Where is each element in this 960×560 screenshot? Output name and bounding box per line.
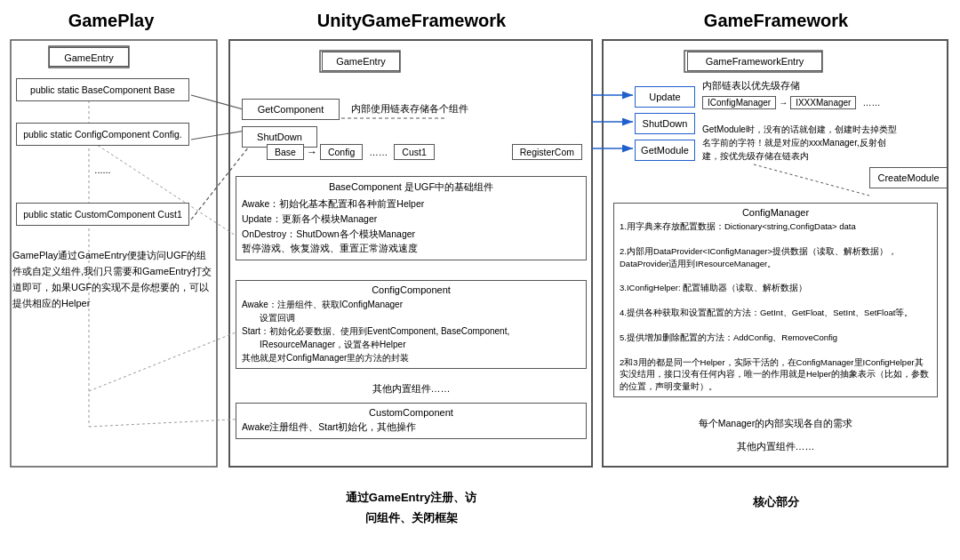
gf-shutdown-box: ShutDown bbox=[635, 113, 695, 134]
gf-chain-note: 内部链表以优先级存储 bbox=[702, 80, 800, 92]
gameplay-dots: ...... bbox=[16, 164, 189, 175]
gameplay-cust-box: public static CustomComponent Cust1 bbox=[16, 203, 189, 226]
ugf-inner-boxes: Base → Config …… Cust1 RegisterCom bbox=[267, 140, 582, 164]
ugf-bottom-text: 通过GameEntry注册、访问组件、关闭框架 bbox=[236, 487, 587, 529]
cm-item5: 5.提供增加删除配置的方法：AddConfig、RemoveConfig bbox=[620, 332, 932, 344]
config-manager-section: ConfigManager 1.用字典来存放配置数据：Dictionary<st… bbox=[613, 203, 938, 397]
base-pause: 暂停游戏、恢复游戏、重置正常游戏速度 bbox=[242, 241, 580, 256]
base-awake: Awake：初始化基本配置和各种前置Helper bbox=[242, 196, 580, 212]
gf-chain-arrow: → bbox=[779, 98, 788, 108]
ugf-arrow1: → bbox=[307, 146, 317, 158]
gf-manager-note: 每个Manager的内部实现各自的需求 bbox=[613, 418, 938, 430]
ugf-config-box: Config bbox=[320, 144, 363, 160]
gf-getmodule-desc: GetModule时，没有的话就创建，创建时去掉类型名字前的字符！就是对应的xx… bbox=[702, 123, 898, 163]
gameplay-title: GamePlay bbox=[9, 11, 213, 31]
cm-item1: 1.用字典来存放配置数据：Dictionary<string,ConfigDat… bbox=[620, 220, 932, 233]
config-wrap: 其他就是对ConfigManager里的方法的封装 bbox=[242, 351, 580, 364]
gf-ixxx: IXXXManager bbox=[790, 96, 856, 109]
gf-createmodule-box: CreateModule bbox=[869, 167, 948, 188]
config-component-section: ConfigComponent Awake：注册组件、获取IConfigMana… bbox=[236, 280, 587, 369]
gameplay-gameentry-label: GameEntry bbox=[49, 47, 129, 67]
diagram-container: GamePlay GameEntry public static BaseCom… bbox=[0, 0, 960, 560]
svg-line-14 bbox=[754, 164, 869, 196]
cm-item4: 4.提供各种获取和设置配置的方法：GetInt、GetFloat、SetInt、… bbox=[620, 307, 932, 319]
config-component-title: ConfigComponent bbox=[242, 284, 580, 295]
ugf-other-builtin: 其他内置组件…… bbox=[236, 382, 587, 396]
config-callback: 设置回调 bbox=[242, 311, 580, 324]
gf-chain-boxes: IConfigManager → IXXXManager …… bbox=[702, 96, 880, 109]
gf-update-box: Update bbox=[635, 86, 695, 108]
gf-entry-label: GameFrameworkEntry bbox=[687, 52, 822, 71]
config-manager-title: ConfigManager bbox=[620, 207, 932, 218]
ugf-dots-box: …… bbox=[369, 147, 388, 157]
ugf-getcomponent: GetComponent bbox=[242, 99, 340, 120]
config-start: Start：初始化必要数据、使用到EventComponent, BaseCom… bbox=[242, 324, 580, 338]
ugf-gameentry-label: GameEntry bbox=[322, 52, 400, 71]
gameplay-description: GamePlay通过GameEntry便捷访问UGF的组件或自定义组件,我们只需… bbox=[12, 247, 212, 312]
gf-iconfig: IConfigManager bbox=[702, 96, 776, 109]
base-update: Update：更新各个模块Manager bbox=[242, 212, 580, 227]
gf-bottom-text: 核心部分 bbox=[609, 494, 942, 510]
gf-title: GameFramework bbox=[606, 11, 946, 31]
config-awake: Awake：注册组件、获取IConfigManager bbox=[242, 298, 580, 311]
ugf-registercom-box: RegisterCom bbox=[512, 144, 582, 160]
ugf-title: UnityGameFramework bbox=[233, 11, 590, 31]
base-component-section: BaseComponent 是UGF中的基础组件 Awake：初始化基本配置和各… bbox=[236, 176, 587, 260]
ugf-base-box: Base bbox=[267, 144, 304, 160]
custom-component-section: CustomComponent Awake注册组件、Start初始化，其他操作 bbox=[236, 403, 587, 439]
gf-other-builtin: 其他内置组件…… bbox=[613, 440, 938, 453]
gameplay-base-box: public static BaseComponent Base bbox=[16, 78, 189, 101]
cm-item2: 2.内部用DataProvider<IConfigManager>提供数据（读取… bbox=[620, 245, 932, 270]
cm-item3: 3.IConfigHelper: 配置辅助器（读取、解析数据） bbox=[620, 282, 932, 294]
ugf-chain-note: 内部使用链表存储各个组件 bbox=[351, 103, 468, 116]
custom-component-title: CustomComponent bbox=[242, 407, 580, 418]
ugf-cust1-box: Cust1 bbox=[394, 144, 434, 160]
base-component-title: BaseComponent 是UGF中的基础组件 bbox=[242, 180, 580, 194]
base-ondestroy: OnDestroy：ShutDown各个模块Manager bbox=[242, 227, 580, 242]
gf-chain-dots: …… bbox=[862, 98, 880, 108]
gameplay-config-box: public static ConfigComponent Config. bbox=[16, 123, 189, 146]
custom-content: Awake注册组件、Start初始化，其他操作 bbox=[242, 420, 580, 435]
cm-item6: 2和3用的都是同一个Helper，实际干活的，在ConfigManager里IC… bbox=[620, 356, 932, 393]
config-resource: IResourceManager，设置各种Helper bbox=[242, 338, 580, 351]
gf-getmodule-box: GetModule bbox=[635, 140, 695, 161]
